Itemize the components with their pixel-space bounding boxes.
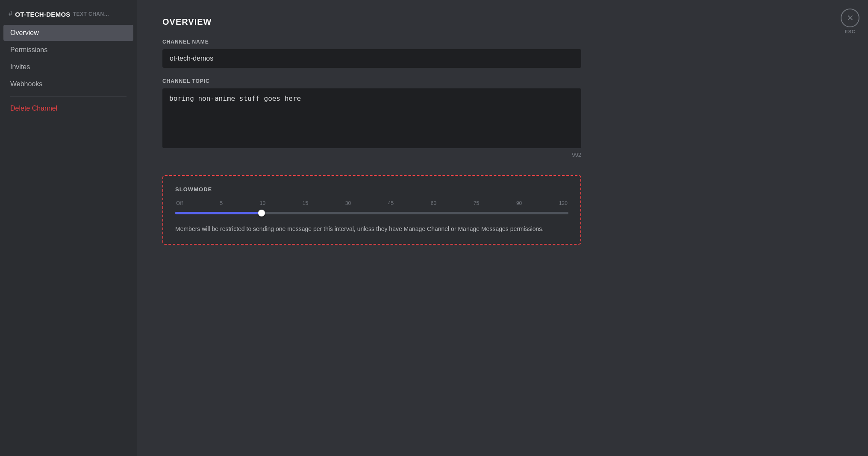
channel-topic-label: CHANNEL TOPIC [162,78,842,84]
slider-labels: Off 5 10 15 30 45 60 75 90 120 [175,200,568,206]
slowmode-slider-wrapper [175,209,568,217]
char-count: 992 [162,152,581,158]
sidebar-item-overview[interactable]: Overview [3,25,133,41]
channel-subtext: TEXT CHAN... [73,11,109,17]
channel-topic-textarea[interactable]: boring non-anime stuff goes here [162,88,581,148]
main-content: ✕ ESC OVERVIEW CHANNEL NAME CHANNEL TOPI… [137,0,868,456]
sidebar-item-webhooks[interactable]: Webhooks [3,76,133,92]
slowmode-description: Members will be restricted to sending on… [175,224,568,234]
sidebar-item-delete-channel[interactable]: Delete Channel [3,100,133,117]
channel-name-label: CHANNEL NAME [162,39,842,45]
esc-label: ESC [845,29,856,34]
slider-thumb[interactable] [258,210,265,216]
slowmode-title: SLOWMODE [175,186,568,193]
sidebar-divider [10,96,127,97]
channel-header: # OT-TECH-DEMOS TEXT CHAN... [3,7,133,21]
slowmode-section: SLOWMODE Off 5 10 15 30 45 60 75 90 120 … [162,175,581,245]
channel-name-input[interactable] [162,49,581,68]
hash-icon: # [9,10,12,18]
slider-fill [175,212,262,214]
sidebar-item-invites[interactable]: Invites [3,59,133,75]
page-title: OVERVIEW [162,17,842,27]
close-button[interactable]: ✕ [841,9,859,27]
close-icon: ✕ [847,13,854,23]
channel-name-header: OT-TECH-DEMOS [15,11,70,18]
sidebar-item-permissions[interactable]: Permissions [3,42,133,58]
sidebar: # OT-TECH-DEMOS TEXT CHAN... Overview Pe… [0,0,137,456]
close-button-area: ✕ ESC [841,9,859,34]
